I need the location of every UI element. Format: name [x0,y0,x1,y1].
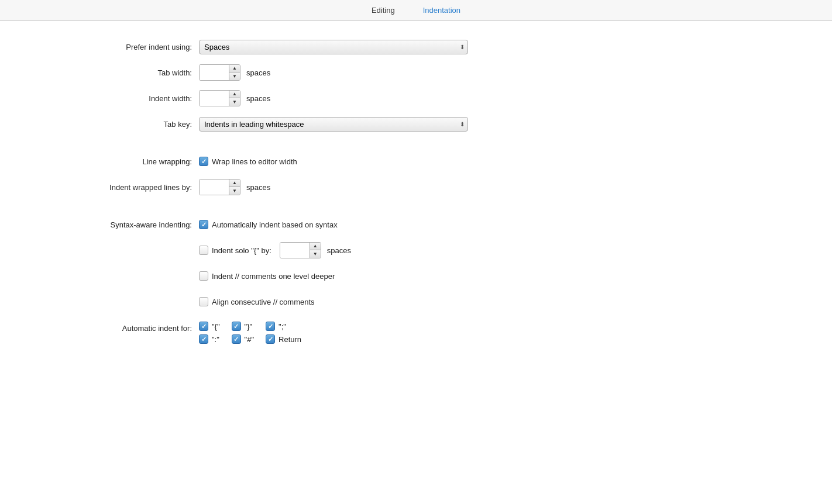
tab-editing[interactable]: Editing [369,1,397,20]
auto-indent-open-brace-label: "{" [212,322,220,331]
tab-key-label: Tab key: [0,120,199,129]
indent-solo-checkbox[interactable] [199,246,208,255]
indent-wrapped-control: 4 ▲ ▼ spaces [199,179,270,195]
line-wrapping-control: Wrap lines to editor width [199,157,297,166]
align-comments-checkbox[interactable] [199,297,208,306]
auto-indent-close-brace-label: "}" [245,322,253,331]
tab-bar: Editing Indentation [0,0,832,21]
prefer-indent-control: Spaces Tabs ⬍ [199,40,468,54]
indent-width-label: Indent width: [0,94,199,103]
align-comments-row: Align consecutive // comments [0,294,832,310]
indent-comments-control: Indent // comments one level deeper [199,271,335,281]
tab-width-increment[interactable]: ▲ [229,65,240,73]
indent-comments-row: Indent // comments one level deeper [0,268,832,284]
syntax-aware-label: Syntax-aware indenting: [0,220,199,229]
auto-indent-semicolon-wrapper[interactable]: ";" [266,322,286,331]
auto-indent-hash-wrapper[interactable]: "#" [232,334,254,344]
tab-key-control: Indents in leading whitespace Always ind… [199,117,468,132]
indent-solo-decrement[interactable]: ▼ [310,250,321,258]
indent-width-spinner: 4 ▲ ▼ [199,90,240,106]
indent-solo-increment[interactable]: ▲ [310,243,321,250]
auto-indent-return-checkbox[interactable] [266,334,275,344]
indent-solo-spinner: 4 ▲ ▼ [280,242,321,258]
indent-width-control: 4 ▲ ▼ spaces [199,90,270,106]
tab-indentation[interactable]: Indentation [421,1,463,20]
auto-indent-return: Return [266,334,301,344]
auto-indent-hash-label: "#" [245,335,254,344]
auto-indent-hash-checkbox[interactable] [232,334,241,344]
content-area: Prefer indent using: Spaces Tabs ⬍ Tab w… [0,21,832,504]
auto-indent-semicolon-label: ";" [279,322,286,331]
prefer-indent-select-wrapper: Spaces Tabs ⬍ [199,40,468,54]
auto-indent-semicolon: ";" [266,322,301,331]
auto-indent-hash: "#" [232,334,254,344]
tab-width-label: Tab width: [0,68,199,77]
syntax-aware-checkbox-wrapper[interactable]: Automatically indent based on syntax [199,220,338,229]
line-wrapping-checkbox-label: Wrap lines to editor width [212,157,297,166]
auto-indent-open-brace-checkbox[interactable] [199,322,208,331]
auto-indent-close-brace-wrapper[interactable]: "}" [232,322,253,331]
syntax-aware-row: Syntax-aware indenting: Automatically in… [0,216,832,233]
auto-indent-open-brace-wrapper[interactable]: "{" [199,322,220,331]
indent-solo-control: Indent solo "{" by: 4 ▲ ▼ spaces [199,242,351,258]
tab-width-unit: spaces [246,68,270,77]
indent-solo-spinner-buttons: ▲ ▼ [310,243,321,258]
indent-comments-checkbox[interactable] [199,271,208,281]
prefer-indent-label: Prefer indent using: [0,43,199,51]
indent-comments-label: Indent // comments one level deeper [212,272,335,281]
auto-indent-close-brace-checkbox[interactable] [232,322,241,331]
indent-comments-checkbox-wrapper[interactable]: Indent // comments one level deeper [199,271,335,281]
auto-indent-control: "{" "}" ";" [199,322,301,344]
indent-solo-input[interactable]: 4 [280,243,310,258]
tab-width-spinner-buttons: ▲ ▼ [229,65,240,80]
indent-wrapped-label: Indent wrapped lines by: [0,183,199,192]
indent-width-row: Indent width: 4 ▲ ▼ spaces [0,90,832,106]
line-wrapping-checkbox-wrapper[interactable]: Wrap lines to editor width [199,157,297,166]
auto-indent-row: Automatic indent for: "{" "}" [0,319,832,344]
auto-indent-grid: "{" "}" ";" [199,322,301,344]
indent-wrapped-input[interactable]: 4 [200,179,229,195]
indent-width-decrement[interactable]: ▼ [229,98,240,106]
tab-key-select-wrapper: Indents in leading whitespace Always ind… [199,117,468,132]
indent-solo-checkbox-wrapper[interactable]: Indent solo "{" by: [199,246,271,255]
line-wrapping-row: Line wrapping: Wrap lines to editor widt… [0,153,832,170]
align-comments-label: Align consecutive // comments [212,298,315,306]
tab-width-input[interactable]: 4 [200,65,229,80]
indent-solo-unit: spaces [327,246,351,255]
indent-wrapped-spinner-buttons: ▲ ▼ [229,179,240,195]
indent-width-unit: spaces [246,94,270,103]
syntax-aware-checkbox-label: Automatically indent based on syntax [212,220,338,229]
prefer-indent-row: Prefer indent using: Spaces Tabs ⬍ [0,39,832,55]
auto-indent-semicolon-checkbox[interactable] [266,322,275,331]
indent-wrapped-spinner: 4 ▲ ▼ [199,179,240,195]
syntax-aware-control: Automatically indent based on syntax [199,220,338,229]
align-comments-checkbox-wrapper[interactable]: Align consecutive // comments [199,297,315,306]
indent-solo-row: Indent solo "{" by: 4 ▲ ▼ spaces [0,242,832,258]
align-comments-control: Align consecutive // comments [199,297,315,306]
indent-solo-text: Indent solo "{" by: [212,246,271,255]
auto-indent-return-label: Return [279,335,301,344]
tab-key-row: Tab key: Indents in leading whitespace A… [0,116,832,132]
syntax-aware-checkbox[interactable] [199,220,208,229]
auto-indent-colon-wrapper[interactable]: ":" [199,334,219,344]
prefer-indent-select[interactable]: Spaces Tabs [199,40,468,54]
auto-indent-open-brace: "{" [199,322,220,331]
auto-indent-colon-checkbox[interactable] [199,334,208,344]
tab-width-decrement[interactable]: ▼ [229,73,240,80]
indent-width-increment[interactable]: ▲ [229,91,240,98]
indent-wrapped-increment[interactable]: ▲ [229,179,240,187]
auto-indent-label: Automatic indent for: [0,322,199,333]
line-wrapping-label: Line wrapping: [0,157,199,166]
tab-key-select[interactable]: Indents in leading whitespace Always ind… [199,117,468,132]
indent-width-input[interactable]: 4 [200,91,229,106]
line-wrapping-checkbox[interactable] [199,157,208,166]
tab-width-row: Tab width: 4 ▲ ▼ spaces [0,64,832,81]
indent-wrapped-decrement[interactable]: ▼ [229,187,240,195]
indent-wrapped-row: Indent wrapped lines by: 4 ▲ ▼ spaces [0,179,832,195]
indent-wrapped-unit: spaces [246,183,270,192]
tab-width-spinner: 4 ▲ ▼ [199,64,240,81]
auto-indent-return-wrapper[interactable]: Return [266,334,301,344]
auto-indent-close-brace: "}" [232,322,254,331]
auto-indent-colon: ":" [199,334,220,344]
tab-width-control: 4 ▲ ▼ spaces [199,64,270,81]
